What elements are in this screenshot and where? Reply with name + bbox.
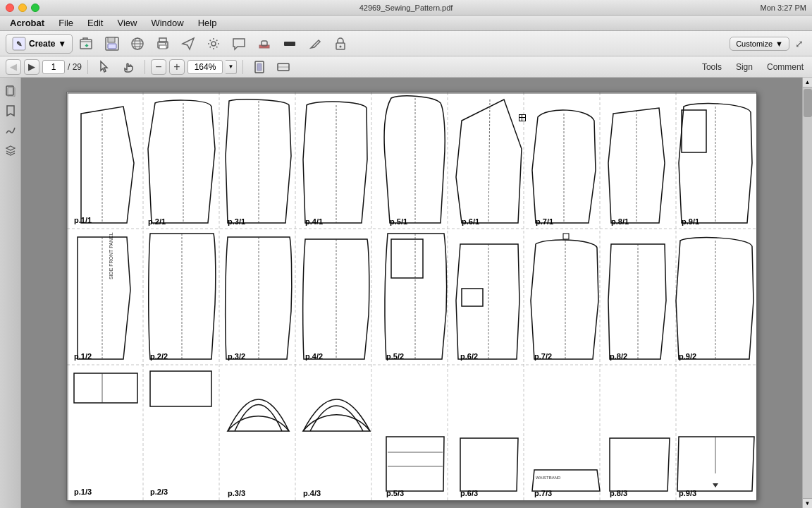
svg-rect-22: [257, 64, 262, 71]
svg-text:p.3/2: p.3/2: [228, 352, 245, 361]
svg-text:p.6/2: p.6/2: [460, 352, 478, 361]
customize-button[interactable]: Customize ▼: [730, 37, 789, 51]
comment-icon: [231, 36, 247, 52]
prev-page-button[interactable]: ◀: [6, 59, 21, 75]
svg-rect-55: [462, 289, 483, 306]
share-button[interactable]: [177, 34, 199, 54]
main-toolbar: ✎ Create ▼: [0, 31, 812, 56]
svg-rect-74: [563, 234, 569, 239]
tools-button[interactable]: Tools: [699, 61, 725, 73]
comment-tool-button[interactable]: [228, 34, 250, 54]
create-button[interactable]: ✎ Create ▼: [6, 34, 73, 54]
stamp-button[interactable]: [253, 34, 276, 54]
svg-rect-2: [80, 40, 92, 49]
zoom-in-button[interactable]: +: [169, 59, 185, 75]
pattern-svg: .pat-line { stroke: #888; stroke-width: …: [67, 92, 757, 501]
save-icon: [104, 36, 120, 52]
menu-view[interactable]: View: [110, 16, 144, 30]
customize-dropdown-icon: ▼: [775, 40, 783, 48]
open-button[interactable]: [75, 34, 98, 54]
create-dropdown-icon[interactable]: ▼: [58, 39, 66, 49]
svg-rect-4: [108, 37, 115, 42]
open-icon: [79, 36, 94, 52]
svg-text:✎: ✎: [16, 40, 22, 48]
create-icon: ✎: [12, 37, 26, 51]
fit-width-button[interactable]: [273, 58, 294, 76]
svg-text:p.9/3: p.9/3: [679, 489, 696, 497]
layers-panel-button[interactable]: [3, 143, 18, 158]
svg-point-15: [211, 42, 216, 46]
print-internet-button[interactable]: [126, 34, 149, 54]
stamp-icon: [257, 36, 272, 52]
print-icon: [155, 36, 171, 52]
menu-acrobat[interactable]: Acrobat: [3, 16, 51, 30]
fit-width-icon: [276, 60, 290, 74]
zoom-out-button[interactable]: −: [151, 59, 166, 75]
comment-button[interactable]: Comment: [764, 61, 806, 73]
nav-toolbar: ◀ ▶ / 29 − + ▼ Tools Sign Comment: [0, 56, 812, 78]
sign-button[interactable]: Sign: [733, 61, 756, 73]
svg-rect-18: [284, 42, 295, 46]
vertical-scrollbar[interactable]: ▲ ▼: [802, 78, 812, 508]
svg-text:p.4/3: p.4/3: [303, 489, 321, 497]
fit-page-button[interactable]: [249, 58, 270, 76]
scroll-down-button[interactable]: ▼: [803, 498, 813, 508]
redact-button[interactable]: [278, 34, 301, 54]
svg-rect-53: [391, 239, 423, 278]
scroll-thumb[interactable]: [804, 89, 812, 117]
main-area: .pat-line { stroke: #888; stroke-width: …: [0, 78, 812, 508]
layers-icon: [5, 145, 16, 156]
redact-icon: [282, 36, 297, 52]
settings-button[interactable]: [202, 34, 225, 54]
zoom-input[interactable]: [187, 60, 223, 74]
lock-icon: [333, 36, 348, 52]
nav-right-actions: Tools Sign Comment: [699, 61, 806, 73]
signature-icon: [5, 125, 16, 136]
svg-text:p.9/1: p.9/1: [682, 217, 699, 226]
protect-button[interactable]: [329, 34, 352, 54]
titlebar: 42969_Sewing_Pattern.pdf Mon 3:27 PM: [0, 0, 812, 16]
zoom-dropdown-button[interactable]: ▼: [226, 60, 237, 74]
bookmarks-panel-button[interactable]: [3, 103, 18, 119]
svg-text:p.5/1: p.5/1: [390, 217, 407, 226]
svg-text:SIDE FRONT PANEL: SIDE FRONT PANEL: [109, 232, 113, 279]
svg-text:p.6/1: p.6/1: [462, 217, 479, 226]
menu-file[interactable]: File: [51, 16, 80, 30]
svg-text:p.5/3: p.5/3: [386, 489, 404, 497]
expand-toolbar-button[interactable]: ⤢: [792, 37, 806, 51]
svg-point-20: [340, 45, 342, 47]
svg-text:p.8/2: p.8/2: [610, 352, 627, 361]
pdf-page: .pat-line { stroke: #888; stroke-width: …: [66, 92, 757, 501]
pen-icon: [307, 36, 323, 52]
menu-help[interactable]: Help: [191, 16, 224, 30]
document-area[interactable]: .pat-line { stroke: #888; stroke-width: …: [21, 78, 802, 508]
customize-label: Customize: [736, 40, 773, 48]
svg-text:p.1/1: p.1/1: [74, 216, 92, 224]
select-tool-button[interactable]: [94, 58, 115, 76]
save-button[interactable]: [101, 34, 123, 54]
toolbar-separator-2: [144, 60, 145, 74]
sign-tool-button[interactable]: [304, 34, 326, 54]
scroll-up-button[interactable]: ▲: [803, 78, 813, 87]
maximize-button[interactable]: [31, 4, 39, 12]
hand-tool-button[interactable]: [118, 58, 139, 76]
print-button[interactable]: [152, 34, 174, 54]
send-icon: [180, 36, 196, 52]
svg-text:p.9/2: p.9/2: [679, 352, 696, 361]
close-button[interactable]: [6, 4, 14, 12]
pages-panel-button[interactable]: [3, 83, 18, 99]
svg-text:p.6/3: p.6/3: [460, 489, 478, 497]
page-number-input[interactable]: [42, 60, 65, 74]
cursor-icon: [97, 60, 111, 74]
menu-edit[interactable]: Edit: [80, 16, 110, 30]
traffic-lights[interactable]: [6, 4, 39, 12]
svg-text:p.2/3: p.2/3: [150, 488, 168, 496]
svg-text:p.1/2: p.1/2: [74, 352, 92, 361]
svg-text:p.4/1: p.4/1: [305, 217, 323, 226]
minimize-button[interactable]: [18, 4, 27, 12]
menu-window[interactable]: Window: [144, 16, 190, 30]
next-page-button[interactable]: ▶: [24, 59, 39, 75]
svg-text:p.4/2: p.4/2: [305, 352, 323, 361]
signatures-panel-button[interactable]: [3, 123, 18, 138]
create-label: Create: [29, 39, 55, 49]
